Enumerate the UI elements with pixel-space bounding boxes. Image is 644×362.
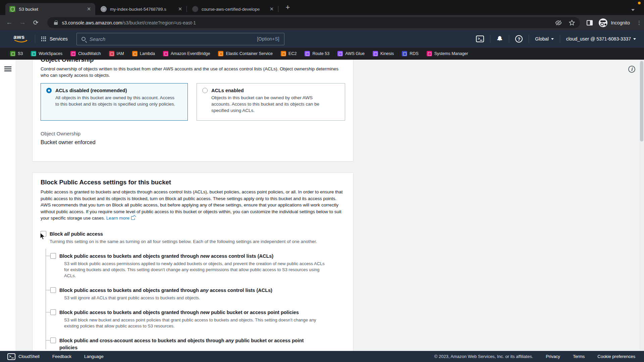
lambda-favicon <box>132 51 138 56</box>
bookmark-cloudwatch[interactable]: CloudWatch <box>70 51 101 56</box>
close-tab-icon[interactable]: ✕ <box>269 6 275 12</box>
back-button[interactable] <box>5 19 13 27</box>
tab-title: S3 bucket <box>19 7 83 12</box>
section-title: Object Ownership <box>41 60 345 63</box>
nav-divider <box>490 35 490 43</box>
cloudshell-label: CloudShell <box>18 354 40 359</box>
bookmark-label: Kinesis <box>380 51 394 56</box>
new-tab-button[interactable]: + <box>283 3 292 12</box>
address-bar[interactable]: s3.console.aws.amazon.com/s3/bucket/crea… <box>47 17 580 28</box>
bookmark-rds[interactable]: RDS <box>402 51 418 56</box>
tab-title: my-index-bucket-54768789.s <box>110 7 166 12</box>
services-grid-icon <box>41 37 46 42</box>
nav-divider <box>529 35 529 43</box>
console-search-input[interactable]: Search [Option+S] <box>76 33 284 45</box>
bookmark-route53[interactable]: Route 53 <box>305 51 329 56</box>
bookmark-ec2[interactable]: EC2 <box>281 51 297 56</box>
bookmark-eventbridge[interactable]: Amazon EventBridge <box>163 51 210 56</box>
bookmark-star-icon[interactable] <box>569 19 575 26</box>
new-policies-checkbox[interactable] <box>50 309 56 315</box>
tab-course-aws[interactable]: course-aws-certified-develope ✕ <box>188 3 278 15</box>
url-host: s3.console.aws.amazon.com <box>62 20 122 25</box>
object-ownership-field-label: Object Ownership <box>41 131 345 136</box>
tab-s3-bucket[interactable]: S3 bucket ✕ <box>5 3 95 15</box>
notifications-bell-icon[interactable]: 🔔︎ <box>496 35 503 43</box>
side-panel-icon[interactable] <box>587 20 593 25</box>
acls-disabled-option[interactable]: ACLs disabled (recommended) All objects … <box>41 83 188 121</box>
bpa-item-any-acls: Block public access to buckets and objec… <box>46 287 345 301</box>
bookmark-ecs[interactable]: Elastic Container Service <box>218 51 273 56</box>
browser-menu-icon[interactable]: ⋮ <box>637 22 639 23</box>
language-link[interactable]: Language <box>84 354 104 359</box>
region-selector[interactable]: Global <box>535 36 553 42</box>
account-menu[interactable]: cloud_user @ 5371-6083-3337 <box>566 36 636 42</box>
eye-off-icon[interactable] <box>555 19 562 26</box>
url-path: /s3/bucket/create?region=us-east-1 <box>122 20 196 25</box>
incognito-badge: Incognito <box>599 18 630 27</box>
acls-enabled-option[interactable]: ACLs enabled Objects in this bucket can … <box>197 83 345 121</box>
console-footer: CloudShell Feedback Language © 2023, Ama… <box>0 351 644 362</box>
scrollbar[interactable] <box>639 60 644 351</box>
feedback-link[interactable]: Feedback <box>52 354 71 359</box>
radio-unselected-icon[interactable] <box>202 88 208 93</box>
workspaces-favicon <box>31 51 36 56</box>
learn-more-link[interactable]: Learn more <box>106 216 129 221</box>
tab-divider <box>278 6 278 12</box>
forward-button[interactable] <box>19 19 27 27</box>
new-acls-checkbox[interactable] <box>50 253 56 259</box>
aws-console-nav: aws Services Search [Option+S] 🔔︎ ? Glob… <box>0 30 644 48</box>
browser-toolbar: s3.console.aws.amazon.com/s3/bucket/crea… <box>0 15 644 30</box>
block-all-description: Turning this setting on is the same as t… <box>50 238 345 245</box>
option-label: ACLs enabled <box>211 88 244 93</box>
close-tab-icon[interactable]: ✕ <box>86 6 92 12</box>
close-tab-icon[interactable]: ✕ <box>177 6 183 12</box>
cloudwatch-favicon <box>70 51 76 56</box>
privacy-link[interactable]: Privacy <box>546 354 560 359</box>
services-menu[interactable]: Services <box>41 36 68 42</box>
any-policies-checkbox[interactable] <box>50 338 56 343</box>
incognito-avatar-icon <box>599 18 607 27</box>
bpa-item-any-policies: Block public and cross-account access to… <box>46 337 345 351</box>
item-description: S3 will block public access permissions … <box>64 261 325 279</box>
hamburger-menu-icon[interactable] <box>4 66 11 71</box>
block-all-public-access-row: Block all public access <box>41 231 345 238</box>
radio-selected-icon[interactable] <box>46 88 52 93</box>
any-acls-checkbox[interactable] <box>50 287 56 293</box>
bookmark-iam[interactable]: IAM <box>109 51 124 56</box>
bookmark-workspaces[interactable]: WorkSpaces <box>31 51 62 56</box>
scrollbar-thumb[interactable] <box>640 61 643 141</box>
bookmark-label: EC2 <box>288 51 297 56</box>
terms-link[interactable]: Terms <box>573 354 585 359</box>
cloudshell-button[interactable]: CloudShell <box>7 353 40 360</box>
tab-search-chevron-icon[interactable] <box>631 9 635 11</box>
option-description: All objects in this bucket are owned by … <box>55 95 177 107</box>
object-ownership-section: Object Ownership Control ownership of ob… <box>32 60 354 162</box>
ecs-favicon <box>218 51 223 56</box>
cloudshell-icon <box>7 353 15 360</box>
cookie-preferences-link[interactable]: Cookie preferences <box>597 354 635 359</box>
bookmark-lambda[interactable]: Lambda <box>132 51 155 56</box>
bookmark-label: Route 53 <box>312 51 329 56</box>
aws-logo[interactable]: aws <box>13 34 29 44</box>
bookmark-label: WorkSpaces <box>39 51 62 56</box>
kinesis-favicon <box>373 51 378 56</box>
external-link-icon <box>131 216 135 220</box>
section-description: Public access is granted to buckets and … <box>41 189 345 222</box>
bookmark-kinesis[interactable]: Kinesis <box>373 51 394 56</box>
cloudshell-icon[interactable] <box>476 36 484 42</box>
bookmark-s3[interactable]: S3 <box>10 51 23 56</box>
systems-manager-favicon <box>427 51 432 56</box>
nav-divider <box>560 35 560 43</box>
section-description: Control ownership of objects written to … <box>41 66 345 78</box>
help-icon[interactable]: ? <box>515 35 523 43</box>
reload-button[interactable] <box>32 19 40 27</box>
tab-my-index-bucket[interactable]: my-index-bucket-54768789.s ✕ <box>97 3 186 15</box>
bookmark-glue[interactable]: AWS Glue <box>337 51 365 56</box>
info-icon[interactable]: i <box>628 66 635 73</box>
bookmark-label: Lambda <box>140 51 155 56</box>
lock-icon <box>54 20 58 25</box>
nav-divider <box>35 35 35 43</box>
copyright-text: © 2023, Amazon Web Services, Inc. or its… <box>434 354 533 359</box>
eventbridge-favicon <box>163 51 168 56</box>
bookmark-systems-manager[interactable]: Systems Manager <box>427 51 468 56</box>
